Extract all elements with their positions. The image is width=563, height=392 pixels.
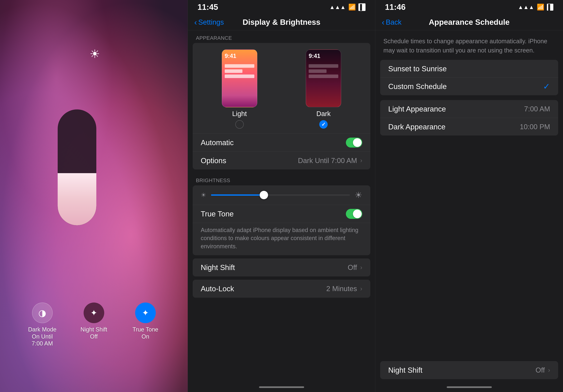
dark-mode-icon: ◑ xyxy=(38,308,46,318)
sunset-label: Sunset to Sunrise xyxy=(388,64,447,73)
true-tone-row: True Tone xyxy=(193,205,370,223)
chevron-left-icon: ‹ xyxy=(194,18,197,27)
status-time: 11:45 xyxy=(197,2,218,12)
dark-appearance-option[interactable]: 9:41 Dark ✓ xyxy=(306,49,341,129)
night-shift-schedule-row[interactable]: Night Shift Off › xyxy=(380,361,558,379)
brightness-slider-row: ☀ ☀ xyxy=(193,185,370,205)
dark-mode-button[interactable]: ◑ xyxy=(32,303,53,323)
custom-check-icon: ✓ xyxy=(543,82,550,91)
automatic-label: Automatic xyxy=(201,138,234,147)
schedule-battery-icon: ▌ xyxy=(547,4,553,11)
schedule-chevron-left-icon: ‹ xyxy=(382,18,384,27)
light-appearance-option[interactable]: 9:41 Light xyxy=(222,49,257,129)
brightness-fill xyxy=(58,173,96,225)
auto-lock-value: 2 Minutes xyxy=(326,285,357,293)
custom-option[interactable]: Custom Schedule ✓ xyxy=(380,78,558,95)
time-settings-card: Light Appearance 7:00 AM Dark Appearance… xyxy=(380,100,558,135)
dark-phone-thumbnail: 9:41 xyxy=(306,49,341,107)
toggle-knob xyxy=(353,138,362,147)
auto-lock-card: Auto-Lock 2 Minutes › xyxy=(193,280,370,298)
night-shift-chevron: › xyxy=(360,264,362,271)
automatic-row: Automatic xyxy=(193,133,370,151)
status-icons: ▲▲▲ 📶 ▌ xyxy=(329,3,366,11)
check-icon: ✓ xyxy=(321,121,326,127)
dark-mode-item[interactable]: ◑ Dark Mode On Until 7:00 AM xyxy=(26,303,58,347)
brightness-card: ☀ ☀ True Tone Automatically adapt iPhone… xyxy=(193,185,370,255)
schedule-wifi-icon: 📶 xyxy=(537,3,544,11)
options-row[interactable]: Options Dark Until 7:00 AM › xyxy=(193,151,370,170)
true-tone-description: Automatically adapt iPhone display based… xyxy=(193,223,370,255)
bottom-icon-row: ◑ Dark Mode On Until 7:00 AM ✦ Night Shi… xyxy=(0,303,188,347)
night-shift-icon: ✦ xyxy=(90,308,97,318)
night-shift-bottom-card: Night Shift Off › xyxy=(380,361,558,379)
light-appearance-time: 7:00 AM xyxy=(524,105,550,113)
wifi-icon: 📶 xyxy=(348,3,356,11)
true-tone-toggle-knob xyxy=(353,209,362,218)
battery-icon: ▌ xyxy=(358,3,366,11)
night-shift-row[interactable]: Night Shift Off › xyxy=(193,258,370,276)
schedule-description: Schedule times to change appearance auto… xyxy=(375,30,563,60)
brightness-high-icon: ☀ xyxy=(355,190,362,200)
display-brightness-panel: 11:45 ▲▲▲ 📶 ▌ ‹ Settings Display & Brigh… xyxy=(188,0,375,392)
auto-lock-right: 2 Minutes › xyxy=(326,285,362,293)
status-bar: 11:45 ▲▲▲ 📶 ▌ xyxy=(188,0,375,14)
appearance-section-header: APPEARANCE xyxy=(188,30,375,43)
back-button[interactable]: ‹ Settings xyxy=(194,18,224,27)
back-label: Settings xyxy=(198,18,224,26)
true-tone-icon: ✦ xyxy=(142,308,149,318)
slider-fill xyxy=(211,194,264,196)
dark-appearance-time: 10:00 PM xyxy=(520,123,550,131)
true-tone-label: True Tone xyxy=(201,209,234,218)
brightness-slider[interactable] xyxy=(211,194,350,196)
schedule-status-bar: 11:46 ▲▲▲ 📶 ▌ xyxy=(375,0,563,14)
light-radio[interactable] xyxy=(235,120,244,129)
appearance-options: 9:41 Light 9:41 xyxy=(193,43,370,133)
automatic-toggle[interactable] xyxy=(346,138,362,147)
signal-icon: ▲▲▲ xyxy=(329,4,346,10)
true-tone-item[interactable]: ✦ True Tone On xyxy=(129,303,162,340)
control-center-panel: ☀ ◑ Dark Mode On Until 7:00 AM ✦ Night S… xyxy=(0,0,188,392)
options-value: Dark Until 7:00 AM xyxy=(298,157,357,165)
options-right: Dark Until 7:00 AM › xyxy=(298,157,362,165)
night-shift-schedule-label: Night Shift xyxy=(388,366,422,374)
auto-lock-chevron: › xyxy=(360,285,362,292)
appearance-card: 9:41 Light 9:41 xyxy=(193,43,370,170)
schedule-signal-icon: ▲▲▲ xyxy=(518,4,534,10)
sunset-option[interactable]: Sunset to Sunrise xyxy=(380,60,558,78)
light-phone-thumbnail: 9:41 xyxy=(222,49,257,107)
slider-thumb[interactable] xyxy=(260,191,268,199)
brightness-slider-vertical[interactable] xyxy=(58,110,96,225)
light-label: Light xyxy=(232,110,247,118)
settings-content: APPEARANCE 9:41 Light xyxy=(188,30,375,382)
light-appearance-row[interactable]: Light Appearance 7:00 AM xyxy=(380,100,558,118)
night-shift-button[interactable]: ✦ xyxy=(84,303,104,323)
dark-mode-label: Dark Mode On Until 7:00 AM xyxy=(28,326,56,347)
schedule-back-button[interactable]: ‹ Back xyxy=(382,18,401,27)
dark-appearance-row[interactable]: Dark Appearance 10:00 PM xyxy=(380,118,558,135)
sun-brightness-icon[interactable]: ☀ xyxy=(88,48,101,60)
chevron-right-icon: › xyxy=(360,157,362,164)
dark-label: Dark xyxy=(316,110,331,118)
schedule-status-icons: ▲▲▲ 📶 ▌ xyxy=(518,3,553,11)
true-tone-toggle[interactable] xyxy=(346,209,362,219)
night-shift-label: Night Shift Off xyxy=(80,326,107,340)
options-label: Options xyxy=(201,156,226,165)
night-shift-right: Off › xyxy=(348,263,362,271)
true-tone-button[interactable]: ✦ xyxy=(135,303,156,323)
schedule-status-time: 11:46 xyxy=(385,2,406,12)
night-shift-value: Off xyxy=(348,263,357,271)
page-title: Display & Brightness xyxy=(243,18,320,26)
auto-lock-row[interactable]: Auto-Lock 2 Minutes › xyxy=(193,280,370,298)
light-appearance-label: Light Appearance xyxy=(388,105,446,113)
schedule-back-label: Back xyxy=(386,18,402,26)
schedule-options-card: Sunset to Sunrise Custom Schedule ✓ xyxy=(380,60,558,95)
night-shift-item[interactable]: ✦ Night Shift Off xyxy=(78,303,110,340)
dark-radio[interactable]: ✓ xyxy=(319,120,328,129)
night-shift-card: Night Shift Off › xyxy=(193,258,370,276)
schedule-page-title: Appearance Schedule xyxy=(429,18,510,26)
appearance-schedule-panel: 11:46 ▲▲▲ 📶 ▌ ‹ Back Appearance Schedule… xyxy=(375,0,563,392)
dark-appearance-label: Dark Appearance xyxy=(388,122,445,131)
custom-label: Custom Schedule xyxy=(388,82,447,91)
schedule-home-indicator xyxy=(375,382,563,392)
nav-bar: ‹ Settings Display & Brightness xyxy=(188,14,375,30)
